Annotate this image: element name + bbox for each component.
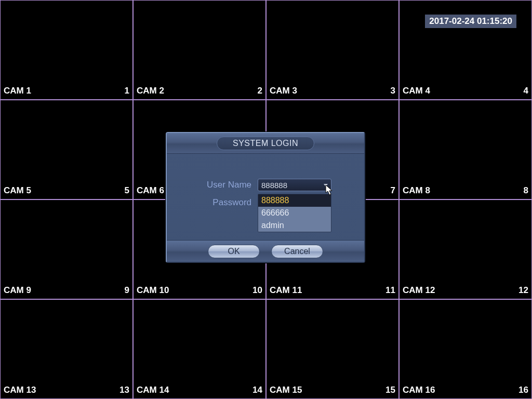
login-dialog: SYSTEM LOGIN User Name 888888 Password 8… [166,132,365,263]
camera-cell[interactable]: CAM 99 [0,200,133,299]
camera-label: CAM 4 [403,86,430,96]
camera-number: 15 [385,385,395,395]
camera-label: CAM 12 [403,285,435,296]
camera-label: CAM 3 [270,86,297,96]
camera-label: CAM 1 [4,86,31,96]
camera-cell[interactable]: CAM 1414 [133,299,266,399]
camera-number: 2 [258,86,262,96]
camera-cell[interactable]: CAM 1313 [0,299,133,399]
camera-label: CAM 14 [137,385,169,395]
username-select-value: 888888 [261,181,287,190]
username-option[interactable]: 666666 [258,207,331,219]
camera-label: CAM 16 [403,385,435,395]
camera-number: 8 [524,185,528,196]
camera-number: 9 [125,285,129,296]
camera-number: 14 [252,385,262,395]
username-select[interactable]: 888888 [258,179,331,191]
camera-number: 1 [125,86,129,96]
camera-number: 7 [391,185,395,196]
camera-label: CAM 6 [137,185,164,196]
dialog-title: SYSTEM LOGIN [217,137,314,150]
camera-label: CAM 5 [4,185,31,196]
camera-number: 4 [524,86,528,96]
camera-number: 11 [385,285,395,296]
password-label: Password [167,197,258,208]
camera-label: CAM 11 [270,285,302,296]
camera-label: CAM 9 [4,285,31,296]
camera-cell[interactable]: CAM 1212 [399,200,532,299]
dialog-titlebar: SYSTEM LOGIN [167,133,364,154]
camera-number: 13 [119,385,129,395]
camera-cell[interactable]: CAM 11 [0,0,133,100]
camera-cell[interactable]: CAM 22 [133,0,266,100]
camera-label: CAM 2 [137,86,164,96]
cancel-button[interactable]: Cancel [271,245,323,258]
username-label: User Name [167,180,258,190]
timestamp-overlay: 2017-02-24 01:15:20 [425,15,516,28]
camera-number: 16 [518,385,528,395]
camera-label: CAM 10 [137,285,169,296]
camera-label: CAM 8 [403,185,430,196]
username-option[interactable]: admin [258,219,331,232]
camera-label: CAM 13 [4,385,36,395]
camera-number: 10 [252,285,262,296]
camera-cell[interactable]: CAM 88 [399,100,532,200]
ok-button[interactable]: OK [208,245,260,258]
camera-label: CAM 15 [270,385,302,395]
camera-cell[interactable]: CAM 1515 [266,299,399,399]
camera-number: 12 [518,285,528,296]
camera-number: 3 [391,86,395,96]
dialog-button-row: OK Cancel [167,240,364,262]
camera-number: 5 [125,185,129,196]
camera-cell[interactable]: CAM 33 [266,0,399,100]
username-option[interactable]: 888888 [258,194,331,207]
camera-cell[interactable]: CAM 1616 [399,299,532,399]
username-dropdown: 888888 666666 admin [258,194,331,232]
chevron-down-icon [324,184,328,187]
camera-cell[interactable]: CAM 55 [0,100,133,200]
